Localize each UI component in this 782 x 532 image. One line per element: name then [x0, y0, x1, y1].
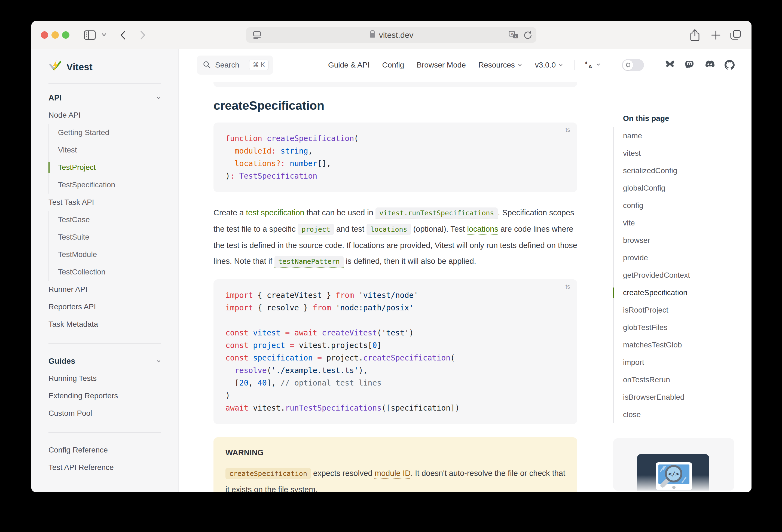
sidebar-item-test-api-reference[interactable]: Test API Reference — [48, 459, 161, 476]
toc-item-name[interactable]: name — [614, 127, 744, 145]
share-icon[interactable] — [688, 29, 701, 43]
divider — [612, 60, 612, 70]
toc-item-matchestestglob[interactable]: matchesTestGlob — [614, 336, 744, 354]
toc-item-browser[interactable]: browser — [614, 232, 744, 249]
text-link[interactable]: locations — [467, 225, 498, 233]
forward-button[interactable] — [137, 29, 148, 42]
lock-icon — [369, 30, 376, 40]
page-title: createSpecification — [213, 99, 577, 113]
new-tab-icon[interactable] — [710, 29, 722, 42]
vitest-logo-icon — [48, 60, 62, 74]
toc-item-globtestfiles[interactable]: globTestFiles — [614, 319, 744, 336]
chevron-down-icon — [517, 61, 523, 69]
sidebar-item-testcollection[interactable]: TestCollection — [58, 263, 161, 281]
on-this-page-items: namevitestserializedConfigglobalConfigco… — [613, 127, 744, 423]
sidebar-item-testspecification[interactable]: TestSpecification — [58, 176, 161, 193]
toc-item-vite[interactable]: vite — [614, 214, 744, 232]
language-icon: ẋA — [584, 60, 594, 71]
code-lang-badge: ts — [566, 283, 570, 290]
toc-item-import[interactable]: import — [614, 354, 744, 371]
toc-item-isrootproject[interactable]: isRootProject — [614, 302, 744, 319]
toc-item-globalconfig[interactable]: globalConfig — [614, 179, 744, 197]
sidebar-section-api[interactable]: API — [48, 89, 161, 106]
code-line: const vitest = await createVitest('test'… — [225, 327, 566, 339]
nav-dropdown-resources[interactable]: Resources — [478, 61, 523, 69]
nav-link-config[interactable]: Config — [382, 61, 404, 69]
tab-overview-icon[interactable] — [729, 29, 742, 43]
doc-article: createSpecification ts function createSp… — [213, 81, 577, 492]
sidebar-item-testsuite[interactable]: TestSuite — [58, 228, 161, 246]
sidebar-item-testcase[interactable]: TestCase — [58, 211, 161, 228]
nav-dropdown-v3-0-0[interactable]: v3.0.0 — [535, 61, 563, 69]
sidebar-section-label: API — [48, 94, 62, 102]
nav-links: Guide & APIConfigBrowser ModeResourcesv3… — [316, 59, 735, 71]
on-this-page: On this page namevitestserializedConfigg… — [613, 110, 744, 423]
toc-item-getprovidedcontext[interactable]: getProvidedContext — [614, 267, 744, 284]
inline-code-link[interactable]: vitest.runTestSpecifications — [376, 208, 498, 219]
toc-item-createspecification[interactable]: createSpecification — [614, 284, 744, 302]
warning-title: WARNING — [225, 448, 565, 457]
toc-item-isbrowserenabled[interactable]: isBrowserEnabled — [614, 389, 744, 406]
sidebar-item-reporters-api[interactable]: Reporters API — [48, 298, 161, 316]
toc-item-vitest[interactable]: vitest — [614, 145, 744, 162]
sidebar-item-config-reference[interactable]: Config Reference — [48, 441, 161, 459]
nav-link-guide-api[interactable]: Guide & API — [328, 61, 370, 69]
sidebar-item-custom-pool[interactable]: Custom Pool — [48, 404, 161, 422]
sidebar-item-task-metadata[interactable]: Task Metadata — [48, 316, 161, 333]
close-window-button[interactable] — [41, 31, 48, 39]
back-button[interactable] — [118, 29, 129, 42]
sidebar-item-testproject[interactable]: TestProject — [58, 159, 161, 176]
translate-icon[interactable]: A ẋ — [509, 31, 519, 41]
site-nav: Search ⌘ K Guide & APIConfigBrowser Mode… — [179, 49, 751, 81]
text-link[interactable]: test specification — [246, 208, 304, 217]
sidebar-item-getting started[interactable]: Getting Started — [58, 124, 161, 141]
toc-item-config[interactable]: config — [614, 197, 744, 214]
github-icon[interactable] — [724, 60, 735, 70]
sidebar-item-running-tests[interactable]: Running Tests — [48, 370, 161, 387]
sidebar-group: TestCaseTestSuiteTestModuleTestCollectio… — [48, 211, 161, 281]
theme-toggle[interactable] — [622, 59, 644, 71]
toc-item-close[interactable]: close — [614, 406, 744, 423]
code-lang-badge: ts — [566, 126, 570, 133]
sidebar-group: Getting StartedVitestTestProjectTestSpec… — [48, 124, 161, 193]
sidebar-item-vitest[interactable]: Vitest — [58, 141, 161, 159]
address-bar[interactable]: vitest.dev A ẋ — [246, 27, 536, 43]
toc-item-ontestsrerun[interactable]: onTestsRerun — [614, 371, 744, 389]
search-label: Search — [215, 61, 239, 69]
sidebar-section-label: Guides — [48, 357, 75, 366]
dropdown-label: v3.0.0 — [535, 61, 556, 69]
sidebar-item-test-task-api[interactable]: Test Task API — [48, 193, 161, 211]
on-this-page-title: On this page — [613, 110, 744, 127]
toc-item-serializedconfig[interactable]: serializedConfig — [614, 162, 744, 179]
svg-text:A: A — [511, 32, 513, 36]
svg-text:A: A — [589, 64, 592, 69]
chevron-down-icon[interactable] — [101, 33, 107, 38]
text-link[interactable]: module ID — [375, 469, 411, 477]
discord-icon[interactable] — [705, 60, 715, 70]
search-button[interactable]: Search ⌘ K — [197, 56, 273, 75]
inline-code: project — [297, 224, 334, 235]
sidebar-item-node-api[interactable]: Node API — [48, 106, 161, 124]
search-shortcut: ⌘ K — [249, 60, 269, 70]
language-button[interactable]: ẋA — [584, 60, 601, 71]
nav-link-browser-mode[interactable]: Browser Mode — [417, 61, 466, 69]
zoom-window-button[interactable] — [62, 31, 69, 39]
code-line: moduleId: string, — [225, 145, 566, 157]
sidebar-toggle-icon[interactable] — [83, 29, 96, 42]
brand[interactable]: Vitest — [48, 61, 161, 73]
sidebar-section-guides[interactable]: Guides — [48, 352, 161, 370]
reload-icon[interactable] — [523, 31, 532, 41]
sidebar-item-runner-api[interactable]: Runner API — [48, 281, 161, 298]
mastodon-icon[interactable] — [685, 60, 695, 70]
minimize-window-button[interactable] — [51, 31, 59, 39]
toc-item-provide[interactable]: provide — [614, 249, 744, 267]
sidebar-item-testmodule[interactable]: TestModule — [58, 246, 161, 263]
sidebar-item-extending-reporters[interactable]: Extending Reporters — [48, 387, 161, 404]
code-magnifier-icon: </> — [665, 465, 682, 483]
code-line: const specification = project.createSpec… — [225, 352, 566, 364]
inline-code-link[interactable]: testNamePattern — [275, 256, 344, 268]
brand-title: Vitest — [66, 62, 93, 72]
sponsor-card[interactable]: </> — [613, 438, 734, 491]
warning-callout: WARNING createSpecification expects reso… — [213, 437, 577, 492]
bluesky-icon[interactable] — [665, 60, 675, 70]
